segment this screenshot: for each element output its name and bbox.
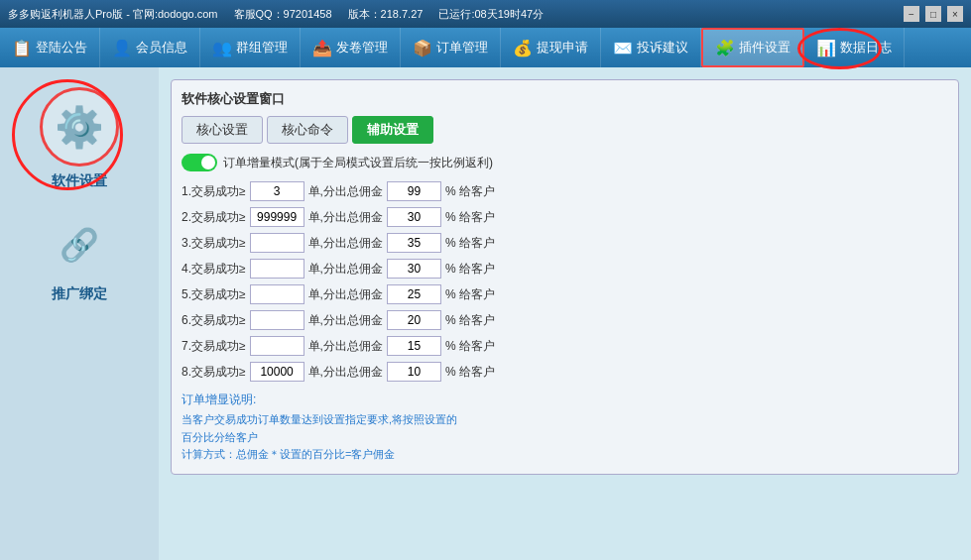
sidebar-item-settings[interactable]: ⚙️ 软件设置 (40, 87, 119, 190)
form-row-8: 8.交易成功≥单,分出总佣金% 给客户 (182, 362, 948, 382)
maximize-button[interactable]: □ (925, 6, 941, 22)
row-prefix-8: 8.交易成功≥ (182, 364, 246, 381)
plugin-icon: 🧩 (715, 39, 735, 57)
row-input2-6[interactable] (387, 310, 441, 330)
row-middle-1: 单,分出总佣金 (308, 183, 383, 200)
row-suffix-6: % 给客户 (445, 312, 495, 329)
desc-title: 订单增显说明: (182, 392, 948, 408)
nav-complaint-label: 投诉建议 (637, 39, 688, 56)
nav-item-log[interactable]: 📊 数据日志 (804, 28, 905, 67)
order-icon: 📦 (413, 39, 432, 57)
nav-item-withdraw[interactable]: 💰 提现申请 (501, 28, 601, 67)
row-prefix-5: 5.交易成功≥ (182, 286, 246, 303)
promo-icon-circle: 🔗 (45, 210, 114, 280)
nav-item-login[interactable]: 📋 登陆公告 (0, 28, 100, 67)
row-suffix-7: % 给客户 (445, 338, 495, 355)
row-input2-7[interactable] (387, 336, 441, 356)
nav-log-label: 数据日志 (840, 39, 892, 56)
desc-line3: 计算方式：总佣金＊设置的百分比=客户佣金 (182, 446, 948, 464)
tab-core-commands[interactable]: 核心命令 (267, 116, 348, 144)
version-label: 版本：218.7.27 (348, 7, 424, 22)
order-mode-toggle[interactable] (182, 154, 217, 171)
row-input1-3[interactable] (250, 233, 304, 253)
qq-label: 客服QQ：97201458 (234, 7, 332, 22)
row-middle-2: 单,分出总佣金 (308, 209, 383, 226)
group-icon: 👥 (212, 39, 232, 57)
withdraw-icon: 💰 (513, 39, 533, 57)
form-row-2: 2.交易成功≥单,分出总佣金% 给客户 (182, 207, 948, 227)
brand-label: 多多购返利机器人Pro版 - 官网:dodogo.com (8, 7, 218, 22)
row-input1-5[interactable] (250, 284, 304, 304)
row-input1-1[interactable] (250, 181, 304, 201)
row-input1-7[interactable] (250, 336, 304, 356)
complaint-icon: ✉️ (613, 39, 633, 57)
close-button[interactable]: × (947, 6, 963, 22)
main-panel: 软件核心设置窗口 核心设置 核心命令 辅助设置 订单增量模式(属于全局模式设置后… (159, 67, 971, 560)
member-icon: 👤 (112, 39, 132, 57)
row-middle-4: 单,分出总佣金 (308, 261, 383, 278)
row-input2-3[interactable] (387, 233, 441, 253)
content-area: ⚙️ 软件设置 🔗 推广绑定 软件核心设置窗口 核心设置 核心命令 辅助设置 订… (0, 67, 971, 560)
sidebar-promo-label: 推广绑定 (52, 285, 107, 303)
row-middle-3: 单,分出总佣金 (308, 235, 383, 252)
promo-icon: 🔗 (60, 226, 99, 264)
nav-item-complaint[interactable]: ✉️ 投诉建议 (601, 28, 701, 67)
log-icon: 📊 (816, 39, 836, 57)
row-prefix-2: 2.交易成功≥ (182, 209, 246, 226)
sidebar: ⚙️ 软件设置 🔗 推广绑定 (0, 67, 159, 560)
nav-item-coupon[interactable]: 📤 发卷管理 (301, 28, 401, 67)
row-middle-5: 单,分出总佣金 (308, 286, 383, 303)
tabs: 核心设置 核心命令 辅助设置 (182, 116, 948, 144)
nav-coupon-label: 发卷管理 (336, 39, 388, 56)
form-rows: 1.交易成功≥单,分出总佣金% 给客户2.交易成功≥单,分出总佣金% 给客户3.… (182, 181, 948, 382)
nav-order-label: 订单管理 (436, 39, 488, 56)
panel-box: 软件核心设置窗口 核心设置 核心命令 辅助设置 订单增量模式(属于全局模式设置后… (171, 79, 959, 475)
row-suffix-3: % 给客户 (445, 235, 495, 252)
form-row-4: 4.交易成功≥单,分出总佣金% 给客户 (182, 259, 948, 279)
row-prefix-6: 6.交易成功≥ (182, 312, 246, 329)
sidebar-settings-label: 软件设置 (52, 172, 107, 190)
nav-bar: 📋 登陆公告 👤 会员信息 👥 群组管理 📤 发卷管理 📦 订单管理 💰 提现申… (0, 28, 971, 67)
row-suffix-4: % 给客户 (445, 261, 495, 278)
nav-member-label: 会员信息 (136, 39, 187, 56)
form-row-6: 6.交易成功≥单,分出总佣金% 给客户 (182, 310, 948, 330)
runtime-label: 已运行:08天19时47分 (438, 7, 544, 22)
row-prefix-1: 1.交易成功≥ (182, 183, 246, 200)
row-input2-5[interactable] (387, 284, 441, 304)
minimize-button[interactable]: − (904, 6, 919, 22)
tab-core-settings[interactable]: 核心设置 (182, 116, 263, 144)
title-bar-info: 多多购返利机器人Pro版 - 官网:dodogo.com 客服QQ：972014… (8, 7, 544, 22)
desc-section: 订单增显说明: 当客户交易成功订单数量达到设置指定要求,将按照设置的 百分比分给… (182, 392, 948, 464)
row-input1-4[interactable] (250, 259, 304, 279)
row-prefix-4: 4.交易成功≥ (182, 261, 246, 278)
row-input2-1[interactable] (387, 181, 441, 201)
row-input1-6[interactable] (250, 310, 304, 330)
row-suffix-8: % 给客户 (445, 364, 495, 381)
toggle-label: 订单增量模式(属于全局模式设置后统一按比例返利) (223, 155, 493, 171)
panel-title: 软件核心设置窗口 (182, 90, 948, 108)
row-input2-4[interactable] (387, 259, 441, 279)
desc-line1: 当客户交易成功订单数量达到设置指定要求,将按照设置的 (182, 411, 948, 429)
row-middle-6: 单,分出总佣金 (308, 312, 383, 329)
nav-item-plugin[interactable]: 🧩 插件设置 (701, 28, 804, 67)
row-input2-2[interactable] (387, 207, 441, 227)
toggle-row: 订单增量模式(属于全局模式设置后统一按比例返利) (182, 154, 948, 171)
nav-withdraw-label: 提现申请 (537, 39, 588, 56)
row-suffix-1: % 给客户 (445, 183, 495, 200)
form-row-1: 1.交易成功≥单,分出总佣金% 给客户 (182, 181, 948, 201)
row-input2-8[interactable] (387, 362, 441, 382)
nav-group-label: 群组管理 (236, 39, 288, 56)
row-input1-2[interactable] (250, 207, 304, 227)
row-prefix-3: 3.交易成功≥ (182, 235, 246, 252)
row-suffix-5: % 给客户 (445, 286, 495, 303)
form-row-3: 3.交易成功≥单,分出总佣金% 给客户 (182, 233, 948, 253)
row-input1-8[interactable] (250, 362, 304, 382)
nav-item-group[interactable]: 👥 群组管理 (200, 28, 301, 67)
sidebar-item-promo[interactable]: 🔗 推广绑定 (45, 210, 114, 303)
nav-item-order[interactable]: 📦 订单管理 (401, 28, 501, 67)
window-controls: − □ × (904, 6, 963, 22)
tab-aux-settings[interactable]: 辅助设置 (352, 116, 433, 144)
settings-icon-circle: ⚙️ (40, 87, 119, 167)
nav-item-member[interactable]: 👤 会员信息 (100, 28, 200, 67)
form-row-5: 5.交易成功≥单,分出总佣金% 给客户 (182, 284, 948, 304)
